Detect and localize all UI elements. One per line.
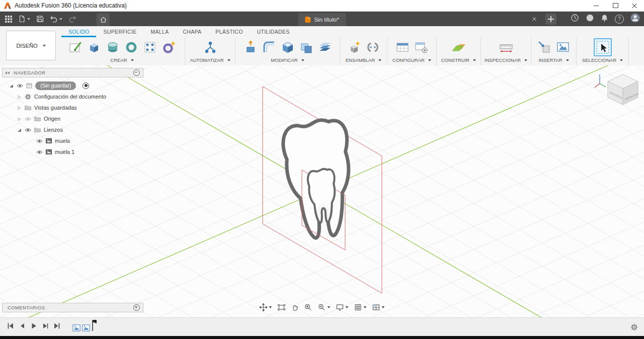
expand-open-icon[interactable]: ◢ [9, 83, 14, 88]
joint-icon[interactable] [364, 39, 381, 56]
automate-icon[interactable] [202, 39, 219, 56]
save-icon[interactable] [34, 13, 46, 25]
group-configurar-menu[interactable]: CONFIGURAR [392, 57, 431, 63]
grid-settings-icon[interactable] [352, 302, 369, 313]
visibility-eye-off-icon[interactable] [25, 117, 31, 121]
expand-collapsed-icon[interactable]: ▷ [17, 106, 22, 110]
tab-superficie[interactable]: SUPERFICIE [96, 26, 143, 37]
workspace-selector[interactable]: DISEÑO [6, 31, 56, 60]
tab-malla[interactable]: MALLA [144, 26, 176, 37]
timeline-settings-gear-icon[interactable] [630, 323, 638, 331]
step-forward-icon[interactable] [42, 322, 49, 331]
play-icon[interactable] [30, 322, 37, 331]
timeline-playhead-marker[interactable] [92, 319, 97, 333]
group-seleccionar-menu[interactable]: SELECCIONAR [582, 57, 623, 63]
tree-row-document-settings[interactable]: ▷ Configuración del documento [2, 91, 143, 102]
close-button[interactable] [625, 0, 644, 11]
tree-row-canvas-muela1[interactable]: muela 1 [2, 146, 143, 157]
close-tab-icon[interactable] [529, 14, 539, 24]
new-tab-button[interactable] [545, 14, 556, 25]
create-sketch-icon[interactable] [67, 39, 84, 56]
visibility-eye-icon[interactable] [25, 128, 31, 132]
tab-plastico[interactable]: PLÁSTICO [208, 26, 250, 37]
extrude-icon[interactable] [86, 39, 103, 56]
tree-row-saved-views[interactable]: ▷ Vistas guardadas [2, 102, 143, 113]
group-ensamblar-menu[interactable]: ENSAMBLAR [346, 57, 382, 63]
visibility-eye-icon[interactable] [36, 150, 43, 154]
offset-face-icon[interactable] [316, 39, 334, 56]
go-to-start-icon[interactable] [7, 322, 14, 331]
tree-row-root[interactable]: ◢ (Sin guardar) [2, 80, 143, 91]
configuration-settings-icon[interactable] [413, 39, 430, 56]
collapse-panel-icon[interactable] [5, 71, 10, 74]
redo-icon[interactable] [66, 13, 78, 25]
pan-hand-icon[interactable] [289, 302, 301, 313]
profile-status-icon[interactable] [586, 14, 594, 24]
viewport-canvas[interactable]: NAVEGADOR ◢ (Sin guardar) ▷ Configuració… [0, 65, 644, 317]
group-modificar-menu[interactable]: MODIFICAR [271, 57, 304, 63]
shell-icon[interactable] [279, 39, 296, 56]
group-seleccionar: SELECCIONAR [577, 37, 629, 65]
pattern-icon[interactable] [141, 39, 158, 56]
configuration-table-icon[interactable] [394, 39, 411, 56]
tab-chapa[interactable]: CHAPA [176, 26, 208, 37]
insert-derive-icon[interactable] [536, 39, 553, 56]
look-at-icon[interactable] [302, 302, 314, 313]
orbit-icon[interactable] [258, 302, 274, 313]
revolve-icon[interactable] [104, 39, 121, 56]
select-tool-icon[interactable] [594, 38, 612, 56]
zoom-icon[interactable] [316, 302, 333, 313]
data-panel-grid-icon[interactable] [3, 13, 14, 25]
go-to-end-icon[interactable] [53, 322, 60, 331]
document-tab[interactable]: Sin título* [298, 13, 346, 26]
combine-icon[interactable] [298, 39, 315, 56]
visibility-eye-icon[interactable] [17, 83, 23, 88]
add-comment-icon[interactable] [133, 304, 140, 311]
undo-icon[interactable] [48, 13, 64, 25]
construction-plane-icon[interactable] [450, 39, 467, 56]
visibility-eye-icon[interactable] [36, 139, 43, 143]
expand-open-icon[interactable]: ◢ [17, 128, 22, 132]
collapse-tree-icon[interactable] [133, 69, 140, 76]
untitled-document-icon [305, 17, 310, 23]
tab-utilidades[interactable]: UTILIDADES [250, 26, 297, 37]
maximize-button[interactable] [606, 0, 625, 11]
expand-collapsed-icon[interactable]: ▷ [17, 95, 22, 99]
new-component-icon[interactable] [346, 39, 363, 56]
group-construir-menu[interactable]: CONSTRUIR [441, 57, 476, 63]
minimize-button[interactable] [587, 0, 606, 11]
job-status-icon[interactable] [571, 14, 579, 24]
expand-collapsed-icon[interactable]: ▷ [17, 117, 22, 121]
timeline-canvas-feature-1[interactable] [72, 324, 80, 333]
root-document-label[interactable]: (Sin guardar) [35, 81, 76, 90]
sweep-icon[interactable] [123, 39, 140, 56]
comments-header[interactable]: COMENTARIOS [2, 303, 143, 312]
notifications-bell-icon[interactable] [601, 14, 608, 24]
tree-row-origin[interactable]: ▷ Origen [2, 113, 143, 124]
group-crear-menu[interactable]: CREAR [110, 57, 133, 63]
group-inspeccionar-menu[interactable]: INSPECCIONAR [485, 57, 527, 63]
view-cube[interactable]: FRONTAL DERECHA [593, 68, 641, 112]
group-automatizar-menu[interactable]: AUTOMATIZAR [190, 57, 230, 63]
viewports-icon[interactable] [370, 302, 387, 313]
file-menu-icon[interactable] [16, 13, 32, 25]
coil-icon[interactable] [160, 39, 177, 56]
press-pull-icon[interactable] [242, 39, 259, 56]
help-icon[interactable]: ? [615, 15, 624, 24]
navigator-header[interactable]: NAVEGADOR [2, 68, 143, 77]
gear-icon [25, 94, 31, 100]
display-settings-icon[interactable] [334, 302, 351, 313]
step-back-icon[interactable] [19, 322, 26, 331]
tree-row-canvases[interactable]: ◢ Lienzos [2, 124, 143, 135]
tab-solido[interactable]: SOLIDO [61, 26, 96, 37]
measure-icon[interactable] [498, 39, 515, 56]
fillet-icon[interactable] [261, 39, 278, 56]
timeline-canvas-feature-2[interactable] [82, 324, 90, 333]
group-insertar-menu[interactable]: INSERTAR [538, 57, 569, 63]
insert-canvas-icon[interactable] [554, 39, 572, 56]
user-avatar[interactable] [630, 13, 640, 25]
home-tab-button[interactable] [97, 13, 110, 26]
fit-view-icon[interactable] [276, 302, 288, 313]
activate-component-icon[interactable] [83, 82, 89, 89]
tree-row-canvas-muela[interactable]: muela [2, 135, 143, 146]
